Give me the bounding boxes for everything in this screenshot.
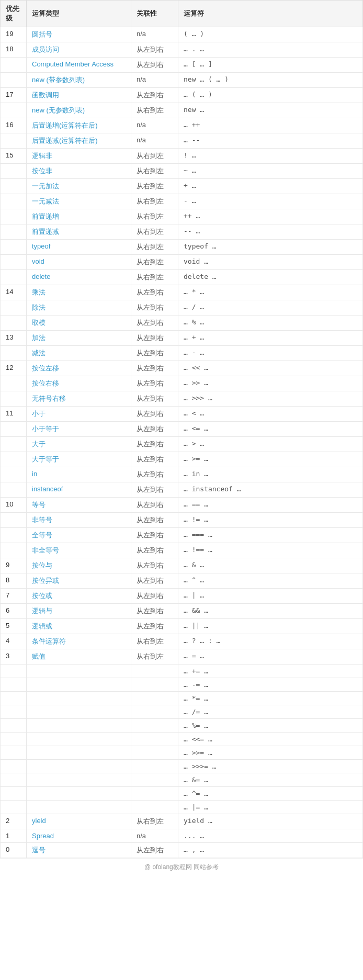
op-type-link[interactable]: 条件运算符 bbox=[32, 637, 126, 646]
cell-op-type[interactable]: Spread bbox=[27, 829, 131, 843]
cell-op-type[interactable]: 按位右移 bbox=[27, 376, 131, 391]
op-type-link[interactable]: 前置递增 bbox=[32, 212, 126, 221]
op-type-link[interactable]: 小于等于 bbox=[32, 424, 126, 434]
op-type-link[interactable]: 全等号 bbox=[32, 531, 126, 540]
op-type-link[interactable]: 一元加法 bbox=[32, 182, 126, 191]
cell-op-type[interactable]: 一元减法 bbox=[27, 194, 131, 209]
cell-op-type[interactable]: 大于 bbox=[27, 437, 131, 452]
cell-assoc: 从右到左 bbox=[131, 149, 178, 164]
table-row: in从左到右… in … bbox=[1, 467, 363, 482]
op-type-link[interactable]: Spread bbox=[32, 832, 126, 840]
op-type-link[interactable]: delete bbox=[32, 273, 126, 280]
cell-op-type[interactable]: 按位非 bbox=[27, 164, 131, 179]
cell-op-type[interactable]: 前置递增 bbox=[27, 209, 131, 224]
op-type-link[interactable]: new (无参数列表) bbox=[32, 106, 126, 115]
op-type-link[interactable]: 成员访问 bbox=[32, 45, 126, 54]
op-type-link[interactable]: 按位或 bbox=[32, 591, 126, 601]
cell-op-type[interactable]: 非等号 bbox=[27, 513, 131, 528]
cell-op-type[interactable]: delete bbox=[27, 270, 131, 285]
op-type-link[interactable]: 无符号右移 bbox=[32, 394, 126, 403]
op-type-link[interactable]: instanceof bbox=[32, 485, 126, 493]
op-type-link[interactable]: 按位与 bbox=[32, 561, 126, 570]
cell-op-type[interactable]: 按位左移 bbox=[27, 361, 131, 376]
op-type-link[interactable]: 非全等号 bbox=[32, 546, 126, 555]
cell-op-type[interactable]: 圆括号 bbox=[27, 27, 131, 42]
op-type-link[interactable]: 前置递减 bbox=[32, 227, 126, 236]
op-type-link[interactable]: 大于等于 bbox=[32, 455, 126, 464]
cell-priority bbox=[1, 391, 27, 407]
cell-op-type[interactable]: new (无参数列表) bbox=[27, 103, 131, 118]
op-type-link[interactable]: 按位非 bbox=[32, 166, 126, 176]
cell-op-type[interactable]: 等号 bbox=[27, 498, 131, 513]
op-type-link[interactable]: 取模 bbox=[32, 318, 126, 328]
op-type-link[interactable]: 乘法 bbox=[32, 288, 126, 297]
cell-op-type[interactable]: 后置递减(运算符在后) bbox=[27, 133, 131, 149]
table-row: … ^= … bbox=[1, 787, 363, 801]
cell-op-type[interactable]: 全等号 bbox=[27, 528, 131, 543]
cell-op-type[interactable]: 赋值 bbox=[27, 649, 131, 664]
op-type-link[interactable]: in bbox=[32, 470, 126, 478]
cell-op-type[interactable]: 小于 bbox=[27, 407, 131, 422]
cell-op-type[interactable]: typeof bbox=[27, 240, 131, 255]
op-type-link[interactable]: yield bbox=[32, 817, 126, 825]
cell-op-type[interactable]: 条件运算符 bbox=[27, 634, 131, 649]
cell-op-type[interactable]: 按位或 bbox=[27, 589, 131, 604]
cell-assoc: n/a bbox=[131, 133, 178, 149]
cell-op-type[interactable]: 按位与 bbox=[27, 558, 131, 573]
cell-op-type[interactable]: 逻辑与 bbox=[27, 604, 131, 619]
cell-op-type[interactable]: 除法 bbox=[27, 300, 131, 316]
cell-op-type[interactable]: 减法 bbox=[27, 346, 131, 361]
cell-op-type[interactable]: Computed Member Access bbox=[27, 58, 131, 73]
cell-op-type[interactable]: new (带参数列表) bbox=[27, 73, 131, 88]
op-type-link[interactable]: 逻辑非 bbox=[32, 151, 126, 161]
op-type-link[interactable]: 大于 bbox=[32, 440, 126, 449]
op-type-link[interactable]: 减法 bbox=[32, 348, 126, 358]
cell-op-type[interactable]: 取模 bbox=[27, 316, 131, 331]
cell-op-type[interactable]: 小于等于 bbox=[27, 422, 131, 437]
op-type-link[interactable]: 按位左移 bbox=[32, 364, 126, 373]
op-type-link[interactable]: 非等号 bbox=[32, 515, 126, 525]
cell-op-type[interactable]: 大于等于 bbox=[27, 452, 131, 467]
cell-op-type[interactable]: 前置递减 bbox=[27, 224, 131, 240]
op-type-link[interactable]: 小于 bbox=[32, 409, 126, 419]
cell-op-type[interactable]: instanceof bbox=[27, 482, 131, 498]
op-type-link[interactable]: 函数调用 bbox=[32, 91, 126, 100]
cell-op-type[interactable]: 逻辑非 bbox=[27, 149, 131, 164]
op-type-link[interactable]: 后置递增(运算符在后) bbox=[32, 121, 126, 130]
op-type-link[interactable]: 按位异或 bbox=[32, 576, 126, 585]
cell-op-type[interactable]: 逻辑或 bbox=[27, 619, 131, 634]
op-type-link[interactable]: 除法 bbox=[32, 303, 126, 312]
cell-op-type[interactable]: void bbox=[27, 255, 131, 270]
cell-op-type[interactable]: 加法 bbox=[27, 331, 131, 346]
cell-op-type[interactable]: 按位异或 bbox=[27, 573, 131, 589]
operator-precedence-table: 优先级 运算类型 关联性 运算符 19圆括号n/a( … )18成员访问从左到右… bbox=[0, 0, 363, 858]
op-type-link[interactable]: 一元减法 bbox=[32, 197, 126, 206]
op-type-link[interactable]: 赋值 bbox=[32, 652, 126, 661]
table-row: 大于从左到右… > … bbox=[1, 437, 363, 452]
op-type-link[interactable]: Computed Member Access bbox=[32, 60, 126, 68]
op-type-link[interactable]: 逻辑或 bbox=[32, 622, 126, 631]
cell-assoc: 从右到左 bbox=[131, 814, 178, 829]
op-type-link[interactable]: 等号 bbox=[32, 500, 126, 510]
op-type-link[interactable]: 后置递减(运算符在后) bbox=[32, 136, 126, 145]
cell-priority bbox=[1, 482, 27, 498]
cell-op-type[interactable]: 一元加法 bbox=[27, 179, 131, 194]
op-type-link[interactable]: new (带参数列表) bbox=[32, 75, 126, 85]
cell-op-type[interactable]: 后置递增(运算符在后) bbox=[27, 118, 131, 133]
cell-op-type[interactable]: 逗号 bbox=[27, 843, 131, 858]
cell-op-type[interactable]: 成员访问 bbox=[27, 42, 131, 58]
op-type-link[interactable]: 逗号 bbox=[32, 846, 126, 855]
op-type-link[interactable]: 逻辑与 bbox=[32, 606, 126, 616]
op-type-link[interactable]: 圆括号 bbox=[32, 30, 126, 39]
op-type-link[interactable]: void bbox=[32, 257, 126, 265]
op-type-link[interactable]: 加法 bbox=[32, 333, 126, 343]
cell-assoc: 从右到左 bbox=[131, 240, 178, 255]
cell-op-type[interactable]: 乘法 bbox=[27, 285, 131, 300]
cell-op-type[interactable]: yield bbox=[27, 814, 131, 829]
op-type-link[interactable]: typeof bbox=[32, 242, 126, 250]
cell-op-type[interactable]: 函数调用 bbox=[27, 88, 131, 103]
op-type-link[interactable]: 按位右移 bbox=[32, 379, 126, 388]
cell-op-type[interactable]: 非全等号 bbox=[27, 543, 131, 558]
cell-op-type[interactable]: in bbox=[27, 467, 131, 482]
cell-op-type[interactable]: 无符号右移 bbox=[27, 391, 131, 407]
